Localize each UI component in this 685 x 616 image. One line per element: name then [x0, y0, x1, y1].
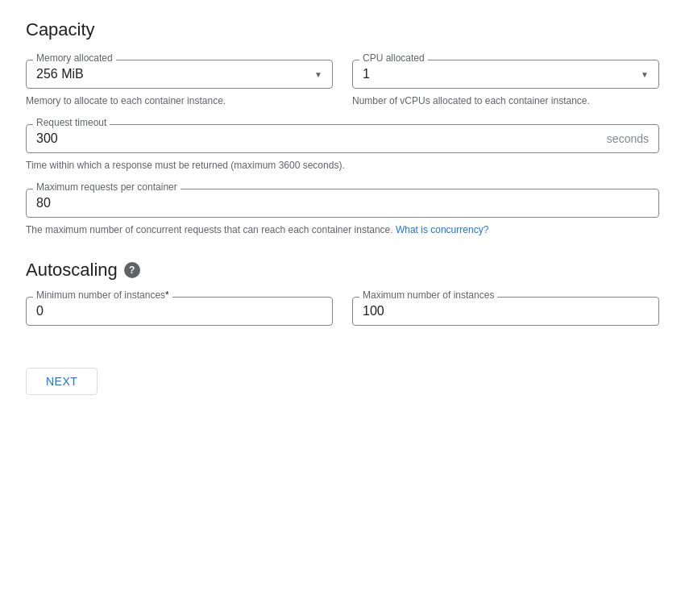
min-instances-input[interactable]	[36, 304, 322, 318]
cpu-dropdown-arrow-icon: ▼	[641, 70, 649, 79]
help-icon-label: ?	[129, 264, 135, 276]
max-instances-input[interactable]	[363, 304, 649, 318]
memory-allocated-hint: Memory to allocate to each container ins…	[26, 94, 333, 108]
autoscaling-help-icon[interactable]: ?	[124, 262, 140, 278]
memory-allocated-field: Memory allocated 256 MiB ▼ Memory to all…	[26, 60, 333, 108]
min-instances-field: Minimum number of instances*	[26, 297, 333, 326]
max-instances-wrapper: Maximum number of instances	[352, 297, 659, 326]
request-timeout-input[interactable]: 300	[36, 131, 600, 146]
memory-dropdown-arrow-icon: ▼	[314, 70, 322, 79]
memory-allocated-select[interactable]: Memory allocated 256 MiB ▼	[26, 60, 333, 89]
page-container: Capacity Memory allocated 256 MiB ▼ Memo…	[0, 0, 685, 414]
max-requests-label: Maximum requests per container	[33, 181, 181, 193]
concurrency-link[interactable]: What is concurrency?	[396, 224, 488, 235]
cpu-allocated-select[interactable]: CPU allocated 1 ▼	[352, 60, 659, 89]
memory-cpu-row: Memory allocated 256 MiB ▼ Memory to all…	[26, 60, 659, 108]
min-instances-required-star: *	[165, 289, 169, 301]
cpu-allocated-field: CPU allocated 1 ▼ Number of vCPUs alloca…	[352, 60, 659, 108]
max-requests-row: Maximum requests per container 80 The ma…	[26, 189, 659, 237]
max-instances-field: Maximum number of instances	[352, 297, 659, 326]
max-requests-hint: The maximum number of concurrent request…	[26, 223, 659, 237]
max-requests-wrapper: Maximum requests per container 80	[26, 189, 659, 218]
memory-allocated-label: Memory allocated	[33, 52, 116, 64]
min-instances-label-text: Minimum number of instances	[36, 289, 165, 301]
max-requests-hint-text: The maximum number of concurrent request…	[26, 224, 393, 235]
min-instances-label: Minimum number of instances*	[33, 289, 172, 301]
max-requests-input[interactable]: 80	[36, 196, 649, 210]
cpu-allocated-value: 1	[363, 67, 370, 81]
request-timeout-wrapper: Request timeout 300 seconds	[26, 124, 659, 153]
autoscaling-title: Autoscaling	[26, 260, 118, 281]
request-timeout-unit: seconds	[607, 132, 649, 145]
min-instances-wrapper: Minimum number of instances*	[26, 297, 333, 326]
next-button[interactable]: NEXT	[26, 368, 98, 395]
request-timeout-hint: Time within which a response must be ret…	[26, 158, 659, 173]
request-timeout-row: Request timeout 300 seconds Time within …	[26, 124, 659, 173]
request-timeout-label: Request timeout	[33, 117, 110, 128]
request-timeout-field: Request timeout 300 seconds Time within …	[26, 124, 659, 173]
autoscaling-title-row: Autoscaling ?	[26, 260, 659, 281]
capacity-title: Capacity	[26, 19, 659, 40]
cpu-allocated-label: CPU allocated	[359, 52, 428, 64]
instances-row: Minimum number of instances* Maximum num…	[26, 297, 659, 326]
max-requests-field: Maximum requests per container 80 The ma…	[26, 189, 659, 237]
cpu-allocated-hint: Number of vCPUs allocated to each contai…	[352, 94, 659, 108]
max-instances-label: Maximum number of instances	[359, 289, 497, 301]
memory-allocated-value: 256 MiB	[36, 67, 84, 81]
